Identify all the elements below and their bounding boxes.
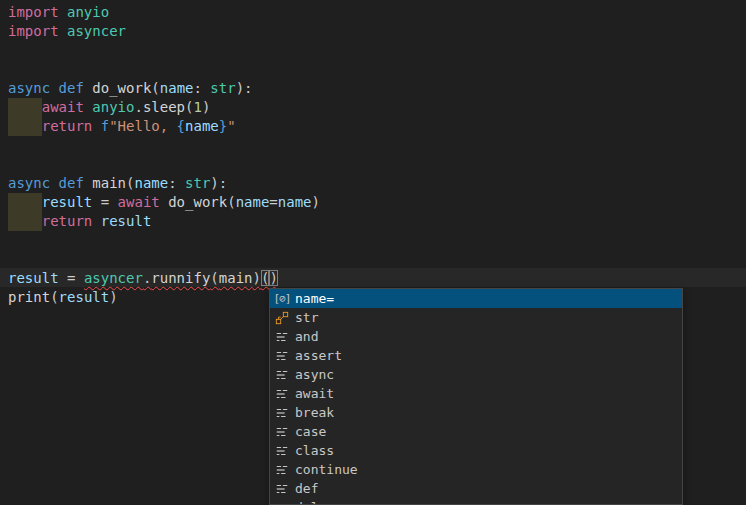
- code-token: ): [253, 270, 261, 286]
- class-icon: [273, 310, 291, 326]
- keyword-icon: [273, 386, 291, 402]
- suggestion-item-str[interactable]: str: [270, 308, 682, 327]
- code-line[interactable]: [8, 136, 746, 155]
- code-token: f: [101, 118, 109, 134]
- code-line[interactable]: return result: [8, 212, 746, 231]
- suggestion-item-name[interactable]: [⊘]name=: [270, 289, 682, 308]
- suggestion-item-await[interactable]: await: [270, 384, 682, 403]
- code-token: [50, 175, 58, 191]
- suggestion-label: del: [295, 500, 318, 505]
- suggestion-item-break[interactable]: break: [270, 403, 682, 422]
- suggestion-label: str: [295, 310, 318, 325]
- code-token: ": [227, 118, 235, 134]
- code-token: await: [118, 194, 160, 210]
- code-token: async: [8, 80, 50, 96]
- code-token: [160, 194, 168, 210]
- keyword-icon: [273, 481, 291, 497]
- keyword-icon: [273, 348, 291, 364]
- code-token: return: [42, 213, 93, 229]
- kwarg-icon: [⊘]: [273, 291, 291, 307]
- code-token: await: [42, 99, 84, 115]
- suggestion-item-and[interactable]: and: [270, 327, 682, 346]
- code-line[interactable]: [8, 41, 746, 60]
- code-token: :: [168, 175, 185, 191]
- keyword-icon: [273, 424, 291, 440]
- suggestion-label: async: [295, 367, 334, 382]
- suggestion-item-def[interactable]: def: [270, 479, 682, 498]
- code-area[interactable]: import anyioimport asyncerasync def do_w…: [0, 0, 746, 307]
- code-token: (: [227, 194, 235, 210]
- keyword-icon: [273, 329, 291, 345]
- keyword-icon: [273, 405, 291, 421]
- code-token: :: [194, 80, 211, 96]
- suggestion-label: case: [295, 424, 326, 439]
- code-line[interactable]: import asyncer: [8, 22, 746, 41]
- code-token: def: [59, 80, 84, 96]
- suggestion-item-async[interactable]: async: [270, 365, 682, 384]
- code-token: [8, 99, 42, 115]
- code-token: print: [8, 289, 50, 305]
- suggestion-label: def: [295, 481, 318, 496]
- code-token: [92, 118, 100, 134]
- code-token: main: [219, 270, 253, 286]
- code-token: [92, 213, 100, 229]
- keyword-icon: [273, 443, 291, 459]
- code-token: name: [134, 175, 168, 191]
- suggestion-label: await: [295, 386, 334, 401]
- code-token: import: [8, 4, 59, 20]
- code-token: ):: [210, 175, 227, 191]
- code-token: return: [42, 118, 93, 134]
- code-line[interactable]: result = asyncer.runnify(main)(): [8, 269, 746, 288]
- code-token: async: [8, 175, 50, 191]
- code-token: asyncer: [84, 270, 143, 286]
- code-token: [8, 118, 42, 134]
- autocomplete-popup[interactable]: [⊘]name=strandassertasyncawaitbreakcasec…: [269, 288, 683, 505]
- code-token: ): [109, 289, 117, 305]
- code-token: sleep: [143, 99, 185, 115]
- code-token: anyio: [92, 99, 134, 115]
- suggestion-label: name=: [295, 291, 334, 306]
- code-token: import: [8, 23, 59, 39]
- code-token: [59, 23, 67, 39]
- code-token: =: [92, 194, 117, 210]
- code-token: [8, 194, 42, 210]
- code-line[interactable]: [8, 231, 746, 250]
- code-token: do_work: [168, 194, 227, 210]
- editor-screen: { "theme": { "editor_bg": "#1f1f1f", "de…: [0, 0, 746, 505]
- suggestion-item-continue[interactable]: continue: [270, 460, 682, 479]
- suggestion-item-del[interactable]: del: [270, 498, 682, 505]
- keyword-icon: [273, 367, 291, 383]
- suggestion-item-case[interactable]: case: [270, 422, 682, 441]
- code-line[interactable]: await anyio.sleep(1): [8, 98, 746, 117]
- code-line[interactable]: return f"Hello, {name}": [8, 117, 746, 136]
- code-token: =: [269, 194, 277, 210]
- code-line[interactable]: [8, 60, 746, 79]
- code-token: str: [210, 80, 235, 96]
- code-line[interactable]: async def do_work(name: str):: [8, 79, 746, 98]
- code-token: }: [219, 118, 227, 134]
- code-editor[interactable]: import anyioimport asyncerasync def do_w…: [0, 0, 746, 505]
- code-token: [59, 4, 67, 20]
- keyword-icon: [273, 462, 291, 478]
- code-token: result: [8, 270, 59, 286]
- code-line[interactable]: [8, 155, 746, 174]
- suggestion-label: and: [295, 329, 318, 344]
- suggestion-label: assert: [295, 348, 342, 363]
- suggestion-item-assert[interactable]: assert: [270, 346, 682, 365]
- suggestion-label: class: [295, 443, 334, 458]
- suggestion-label: break: [295, 405, 334, 420]
- code-token: anyio: [67, 4, 109, 20]
- code-token: .: [134, 99, 142, 115]
- code-token: str: [185, 175, 210, 191]
- code-token: asyncer: [67, 23, 126, 39]
- code-token: 1: [194, 99, 202, 115]
- suggestion-item-class[interactable]: class: [270, 441, 682, 460]
- code-token: name: [160, 80, 194, 96]
- code-token: name: [236, 194, 270, 210]
- code-line[interactable]: async def main(name: str):: [8, 174, 746, 193]
- code-token: (: [50, 289, 58, 305]
- code-line[interactable]: result = await do_work(name=name): [8, 193, 746, 212]
- code-line[interactable]: [8, 250, 746, 269]
- code-token: (: [185, 99, 193, 115]
- code-line[interactable]: import anyio: [8, 3, 746, 22]
